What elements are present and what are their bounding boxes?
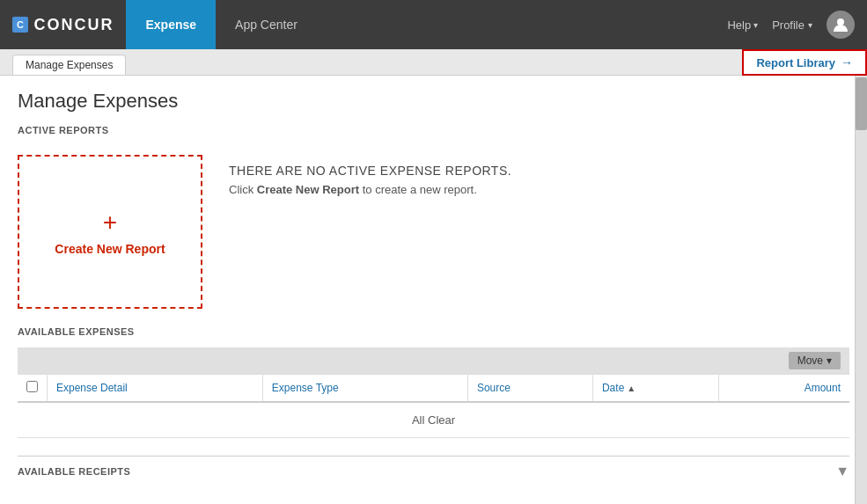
report-library-button[interactable]: Report Library → (742, 49, 867, 76)
help-caret-icon: ▾ (753, 20, 758, 30)
help-label: Help (727, 18, 751, 32)
no-reports-title: THERE ARE NO ACTIVE EXPENSE REPORTS. (229, 164, 511, 178)
th-source: Source (467, 375, 592, 403)
nav-right: Help ▾ Profile ▾ (727, 11, 867, 39)
active-reports-header: ACTIVE REPORTS (18, 125, 849, 135)
th-amount: Amount (718, 375, 849, 403)
profile-menu[interactable]: Profile ▾ (772, 18, 812, 32)
th-date[interactable]: Date ▲ (592, 375, 718, 403)
no-reports-text: THERE ARE NO ACTIVE EXPENSE REPORTS. Cli… (229, 155, 511, 196)
all-clear-row: All Clear (18, 402, 849, 438)
logo-area: C CONCUR (0, 0, 126, 49)
breadcrumb[interactable]: Manage Expenses (12, 55, 126, 75)
profile-label: Profile (772, 18, 805, 32)
no-reports-bold: Create New Report (257, 183, 359, 196)
th-expense-type: Expense Type (262, 375, 467, 403)
table-header-row: Expense Detail Expense Type Source Date … (18, 375, 849, 403)
receipts-header-row: AVAILABLE RECEIPTS ▼ (18, 457, 849, 486)
create-new-report-card[interactable]: + Create New Report (18, 155, 202, 309)
logo-box: C (12, 17, 28, 33)
logo-text: CONCUR (33, 16, 114, 34)
main-content: Manage Expenses ACTIVE REPORTS Report Li… (0, 76, 867, 504)
nav-tab-expense[interactable]: Expense (126, 0, 216, 49)
available-receipts-section: AVAILABLE RECEIPTS ▼ (18, 456, 849, 486)
available-expenses-section: AVAILABLE EXPENSES Move ▾ Expense Detail… (18, 326, 849, 438)
profile-caret-icon: ▾ (808, 20, 812, 30)
th-checkbox (18, 375, 48, 403)
nav-tab-app-center[interactable]: App Center (216, 0, 317, 49)
report-library-label: Report Library (756, 56, 835, 69)
expenses-table: Expense Detail Expense Type Source Date … (18, 374, 849, 438)
no-reports-sub-end: to create a new report. (359, 183, 477, 196)
help-menu[interactable]: Help ▾ (727, 18, 758, 32)
available-expenses-header: AVAILABLE EXPENSES (18, 326, 849, 337)
avatar[interactable] (827, 11, 855, 39)
create-new-report-label: Create New Report (55, 242, 165, 256)
report-library-arrow-icon: → (841, 55, 853, 69)
scrollbar-thumb (856, 77, 867, 130)
available-receipts-header: AVAILABLE RECEIPTS (18, 466, 130, 477)
active-reports-area: + Create New Report THERE ARE NO ACTIVE … (18, 155, 849, 309)
all-clear-text: All Clear (18, 402, 849, 438)
th-expense-detail: Expense Detail (48, 375, 263, 403)
move-button[interactable]: Move ▾ (789, 352, 841, 369)
receipts-collapse-icon[interactable]: ▼ (835, 464, 849, 479)
move-caret-icon: ▾ (827, 354, 832, 367)
select-all-checkbox[interactable] (26, 381, 38, 392)
no-reports-sub-text: Click (229, 183, 257, 196)
svg-point-0 (837, 18, 844, 26)
no-reports-sub: Click Create New Report to create a new … (229, 183, 511, 196)
move-label: Move (797, 354, 823, 367)
top-navigation: C CONCUR Expense App Center Help ▾ Profi… (0, 0, 867, 49)
breadcrumb-bar: Manage Expenses (0, 49, 867, 76)
page-title: Manage Expenses (18, 90, 849, 113)
expenses-toolbar: Move ▾ (18, 347, 849, 374)
scrollbar[interactable] (855, 76, 867, 504)
plus-icon: + (103, 208, 117, 237)
nav-left: C CONCUR Expense App Center (0, 0, 317, 49)
sort-icon: ▲ (627, 383, 636, 393)
